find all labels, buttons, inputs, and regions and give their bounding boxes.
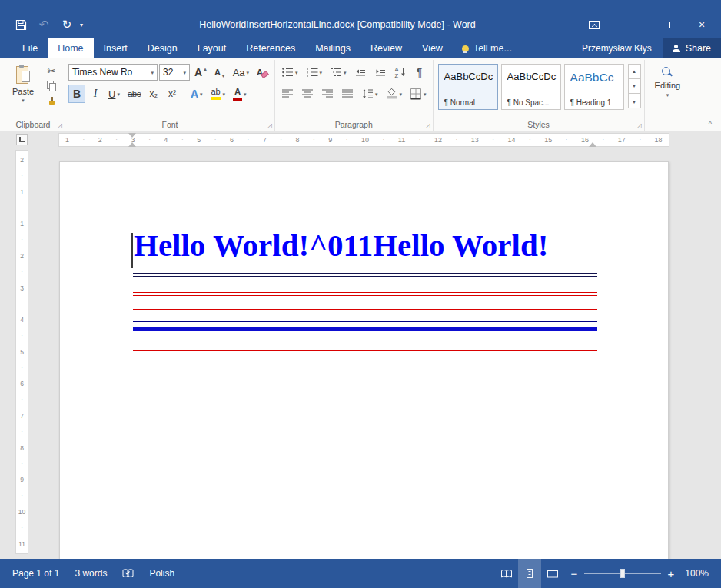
- save-icon: [15, 19, 27, 31]
- share-button[interactable]: Share: [663, 38, 721, 58]
- font-color-button[interactable]: A▾: [230, 85, 250, 103]
- zoom-in-button[interactable]: +: [661, 567, 681, 580]
- language-indicator[interactable]: Polish: [141, 559, 182, 588]
- user-account-name[interactable]: Przemysław Kłys: [571, 38, 663, 58]
- clipboard-dialog-launcher[interactable]: ◿: [58, 123, 62, 129]
- document-page[interactable]: Hello World!^011Hello World!: [59, 161, 669, 559]
- superscript-button[interactable]: x²: [164, 85, 181, 103]
- text-effects-button[interactable]: A▾: [188, 85, 206, 103]
- tab-mailings[interactable]: Mailings: [305, 38, 360, 58]
- increase-indent-button[interactable]: [371, 63, 390, 81]
- font-name-select[interactable]: Times New Ro ▾: [68, 64, 158, 81]
- bullets-button[interactable]: ▾: [278, 63, 301, 81]
- read-mode-button[interactable]: [495, 559, 518, 588]
- first-line-indent-marker[interactable]: [128, 133, 136, 138]
- cut-button[interactable]: ✂: [42, 63, 61, 78]
- change-case-icon: Aa: [233, 67, 245, 78]
- borders-button[interactable]: ▾: [407, 85, 430, 103]
- proofing-status[interactable]: [115, 559, 141, 588]
- font-size-select[interactable]: 32 ▾: [159, 64, 190, 81]
- horizontal-ruler[interactable]: 1·2·3·4·5·6·7·8·9·10·11·12·13·14·15·16·1…: [59, 134, 669, 146]
- multilevel-list-button[interactable]: ▾: [327, 63, 350, 81]
- zoom-slider-thumb[interactable]: [620, 569, 625, 578]
- clear-formatting-button[interactable]: A: [254, 63, 271, 81]
- text-cursor: [131, 233, 133, 268]
- maximize-button[interactable]: [658, 15, 687, 35]
- paragraph-dialog-launcher[interactable]: ◿: [425, 123, 430, 129]
- underline-button[interactable]: U▾: [105, 85, 123, 103]
- font-name-value: Times New Ro: [72, 67, 132, 78]
- ribbon-display-options-button[interactable]: [580, 15, 609, 35]
- show-formatting-marks-button[interactable]: ¶: [411, 63, 428, 81]
- strikethrough-button[interactable]: abc: [125, 85, 144, 103]
- tab-view[interactable]: View: [412, 38, 453, 58]
- shading-button[interactable]: ▾: [383, 85, 406, 103]
- h-ruler-numbers: 1·2·3·4·5·6·7·8·9·10·11·12·13·14·15·16·1…: [65, 134, 663, 146]
- styles-more-button[interactable]: ▾: [628, 93, 641, 108]
- align-right-button[interactable]: [318, 85, 337, 103]
- style-heading-1[interactable]: AaBbCc ¶ Heading 1: [564, 64, 624, 110]
- format-painter-button[interactable]: [42, 94, 61, 109]
- align-left-button[interactable]: [278, 85, 297, 103]
- numbering-icon: [306, 66, 318, 78]
- zoom-slider[interactable]: [584, 559, 661, 588]
- tab-file[interactable]: File: [12, 38, 48, 58]
- web-layout-button[interactable]: [541, 559, 564, 588]
- decrease-indent-button[interactable]: [351, 63, 370, 81]
- vertical-ruler[interactable]: 2·1·1·2·3·4·5·6·7·8·9·10·11: [16, 151, 28, 553]
- word-window: ↶ ↻ ▾ HelloWorldInsertHorizontalLine.doc…: [0, 0, 721, 588]
- styles-scroll-up-button[interactable]: ▴: [628, 64, 641, 79]
- tab-home[interactable]: Home: [48, 38, 93, 58]
- subscript-button[interactable]: x₂: [145, 85, 162, 103]
- italic-button[interactable]: I: [87, 85, 104, 103]
- right-indent-marker[interactable]: [589, 142, 596, 147]
- repeat-button[interactable]: ↻: [55, 15, 78, 34]
- styles-scroll-down-button[interactable]: ▾: [628, 78, 641, 94]
- chevron-down-icon: ▾: [22, 98, 25, 103]
- align-center-button[interactable]: [298, 85, 317, 103]
- grow-font-button[interactable]: A▴: [191, 63, 210, 81]
- undo-button[interactable]: ↶: [32, 15, 55, 34]
- collapse-ribbon-button[interactable]: ^: [709, 120, 712, 128]
- style-normal[interactable]: AaBbCcDc ¶ Normal: [438, 64, 498, 110]
- page-indicator[interactable]: Page 1 of 1: [5, 559, 67, 588]
- bold-button[interactable]: B: [68, 85, 85, 103]
- save-button[interactable]: [9, 15, 32, 34]
- style-no-spacing[interactable]: AaBbCcDc ¶ No Spac...: [501, 64, 561, 110]
- minimize-button[interactable]: [629, 15, 658, 35]
- numbering-button[interactable]: ▾: [303, 63, 326, 81]
- hanging-indent-marker[interactable]: [128, 142, 136, 147]
- tell-me-box[interactable]: Tell me...: [453, 38, 521, 58]
- styles-dialog-launcher[interactable]: ◿: [636, 123, 641, 129]
- copy-button[interactable]: [42, 78, 61, 94]
- tab-row-spacer: [521, 38, 571, 58]
- editing-button[interactable]: Editing ▾: [648, 61, 688, 98]
- change-case-button[interactable]: Aa▾: [230, 63, 252, 81]
- tab-stop-selector[interactable]: [16, 134, 28, 145]
- clipboard-group-label: Clipboard: [2, 120, 65, 129]
- paste-button[interactable]: Paste ▾: [5, 61, 42, 118]
- subscript-icon: x₂: [150, 88, 158, 99]
- zoom-percentage[interactable]: 100%: [681, 568, 716, 579]
- shrink-font-button[interactable]: A▾: [211, 63, 228, 81]
- style-name: ¶ Normal: [444, 98, 496, 107]
- copy-icon: [47, 81, 57, 91]
- tab-design[interactable]: Design: [138, 38, 188, 58]
- justify-button[interactable]: [338, 85, 357, 103]
- line-spacing-button[interactable]: ▾: [358, 85, 381, 103]
- close-button[interactable]: ×: [687, 15, 716, 35]
- qat-customize-button[interactable]: ▾: [80, 22, 83, 28]
- text-effects-icon: A: [191, 88, 198, 100]
- tab-insert[interactable]: Insert: [94, 38, 138, 58]
- tab-layout[interactable]: Layout: [188, 38, 237, 58]
- tab-review[interactable]: Review: [360, 38, 412, 58]
- font-dialog-launcher[interactable]: ◿: [267, 123, 272, 129]
- print-layout-button[interactable]: [518, 559, 541, 588]
- text-highlight-button[interactable]: ab▾: [208, 85, 229, 103]
- word-count[interactable]: 3 words: [67, 559, 115, 588]
- zoom-out-button[interactable]: −: [564, 567, 584, 580]
- undo-icon: ↶: [39, 18, 49, 32]
- document-heading-text[interactable]: Hello World!^011Hello World!: [134, 227, 607, 264]
- sort-button[interactable]: AZ: [391, 63, 410, 81]
- tab-references[interactable]: References: [236, 38, 305, 58]
